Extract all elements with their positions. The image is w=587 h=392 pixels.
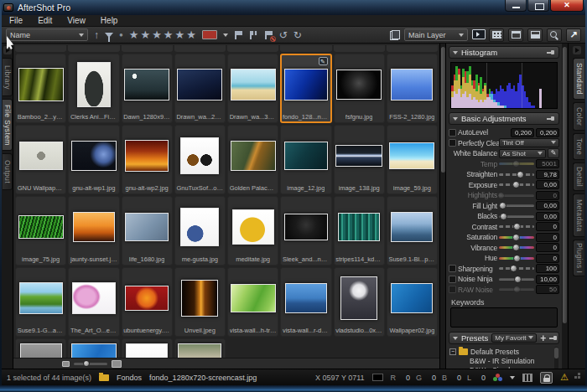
value-box[interactable]: 9,78	[536, 170, 559, 179]
thumbnail-cell[interactable]: Unveil.jpeg	[174, 267, 226, 337]
slider-knob[interactable]	[513, 286, 521, 293]
temp-slider[interactable]	[499, 162, 534, 165]
star-1-icon[interactable]: ★	[129, 29, 139, 40]
thumbnail-cell[interactable]: Wallpaper02.jpg	[387, 267, 438, 337]
color-label-swatch[interactable]	[202, 30, 217, 39]
perfectly-clear-dropdown[interactable]: Tint Off	[499, 138, 559, 147]
thumbnail-cell-clipped[interactable]	[15, 45, 66, 52]
slider-knob[interactable]	[512, 244, 520, 251]
minimize-button[interactable]	[505, 0, 527, 12]
thumbnail-cell[interactable]: me-gusta.jpg	[174, 196, 226, 266]
color-proof-icon[interactable]	[493, 374, 502, 382]
thumbnail-cell[interactable]	[174, 338, 226, 358]
thumbnail-cell[interactable]	[15, 338, 66, 358]
rotate-left-icon[interactable]: ↺	[279, 30, 288, 40]
flag-finished-icon[interactable]	[249, 30, 258, 40]
layer-dropdown[interactable]: Main Layer	[404, 28, 468, 41]
value-box[interactable]: 0,00	[536, 201, 559, 210]
thumbnail-cell[interactable]	[68, 338, 119, 358]
filter-funnel-icon[interactable]	[105, 33, 113, 38]
thumbnail-cell[interactable]: life_1680.jpg	[122, 196, 173, 266]
collapse-triangle-icon[interactable]	[453, 337, 458, 343]
thumbnail-cell-clipped[interactable]	[280, 45, 331, 52]
close-button[interactable]	[550, 0, 584, 12]
presets-header[interactable]: Presets My Favorites +	[449, 332, 559, 344]
menu-view[interactable]: View	[60, 15, 93, 27]
sharpening-checkbox[interactable]	[449, 265, 456, 272]
thumbnail-cell[interactable]: fsfgnu.jpg	[334, 54, 385, 123]
thumbnail-cell[interactable]: FSS-2_1280.jpg	[387, 54, 438, 123]
sidebar-tab-library[interactable]: Library	[3, 58, 13, 96]
small-thumbnails-icon[interactable]	[62, 361, 70, 367]
thumbnail-view-button[interactable]	[489, 28, 504, 42]
thumbnail-cell[interactable]: Sleek_and...nkahn.jpg	[280, 196, 331, 266]
thumbnail-cell[interactable]: gnu-alt-wp1.jpg	[68, 125, 119, 194]
thumbnail-cell-clipped[interactable]	[334, 45, 385, 52]
thumbnail-cell[interactable]: meditate.jpg	[227, 196, 278, 266]
value-box[interactable]: 5001	[536, 159, 559, 168]
contrast-slider[interactable]	[499, 225, 534, 228]
basic-adjustments-header[interactable]: Basic Adjustments	[449, 112, 559, 125]
thumbnail-cell[interactable]: vista-wall...r-dock.jpg	[280, 267, 331, 337]
blacks-slider[interactable]	[499, 215, 534, 218]
pin-icon[interactable]	[549, 334, 558, 342]
scrollbar-thumb[interactable]	[441, 47, 445, 173]
star-2-icon[interactable]: ★	[141, 29, 151, 40]
tools-tab-color[interactable]: Color	[573, 102, 584, 131]
thumbnail-cell[interactable]: image_59.jpg	[387, 125, 438, 194]
tools-tab-tone[interactable]: Tone	[573, 133, 584, 160]
slider-knob[interactable]	[512, 160, 520, 168]
thumbnail-cell[interactable]: Suse9.1-G...apers.jpg	[15, 267, 66, 337]
thumbnail-cell[interactable]: Bamboo_2...ysha.jpg	[15, 54, 66, 123]
star-5-icon[interactable]: ★	[174, 29, 184, 40]
menu-help[interactable]: Help	[93, 15, 126, 27]
resize-grip[interactable]	[578, 376, 580, 379]
scrollbar-thumb[interactable]	[563, 47, 567, 323]
current-folder[interactable]: Fondos	[117, 374, 142, 382]
thumbnail-cell[interactable]: image_138.jpg	[334, 125, 385, 194]
slider-knob[interactable]	[512, 234, 520, 241]
preset-folder[interactable]: −Default Presets	[449, 347, 558, 356]
value-box[interactable]: 0	[536, 243, 559, 252]
large-thumbnails-icon[interactable]	[112, 360, 122, 368]
fullscreen-button[interactable]: ↗	[566, 28, 581, 42]
histogram-header[interactable]: Histogram	[449, 46, 559, 59]
value-box[interactable]: 0	[536, 191, 559, 200]
star-3-icon[interactable]: ★	[152, 29, 162, 40]
pin-icon[interactable]	[547, 115, 555, 122]
sidebar-tab-output[interactable]: Output	[3, 153, 13, 190]
menu-file[interactable]: File	[2, 15, 30, 27]
collapse-triangle-icon[interactable]	[453, 117, 458, 123]
noise-ninja-slider[interactable]	[499, 278, 534, 281]
slider-knob[interactable]	[514, 276, 522, 283]
tools-tab-metadata[interactable]: Metadata	[573, 193, 584, 237]
thumbnail-cell[interactable]: ubuntuenergy.jpg	[122, 267, 173, 337]
thumbnail-cell[interactable]: Clerks Ani...Figure.jpg	[68, 54, 119, 123]
tools-tab-plugins-i[interactable]: Plugins I	[573, 240, 584, 276]
chevron-down-icon[interactable]	[510, 376, 515, 382]
thumbnail-cell-clipped[interactable]	[68, 45, 119, 52]
value-box[interactable]: 0,00	[536, 212, 559, 221]
presets-scrollbar[interactable]	[554, 347, 558, 369]
slideshow-icon[interactable]	[472, 29, 485, 40]
thumbnail-cell[interactable]: image_12.jpg	[280, 125, 331, 194]
value-box[interactable]: 100	[536, 264, 559, 273]
grid-overlay-icon[interactable]	[522, 374, 532, 382]
value-box[interactable]: 0	[536, 254, 559, 263]
thumbnail-cell[interactable]: vladstudio...0x1024.jpg	[334, 267, 385, 337]
thumbnail-cell[interactable]: image_75.jpg	[15, 196, 66, 266]
sidebar-tab-file-system[interactable]: File System	[3, 99, 13, 151]
sharpening-slider[interactable]	[499, 267, 534, 270]
raw-noise-slider[interactable]	[499, 288, 534, 291]
panel-expand-arrow-icon[interactable]	[573, 46, 581, 54]
tools-tab-standard[interactable]: Standard	[573, 58, 584, 100]
thumbnail-cell[interactable]: jaunty-sunset.jpg	[68, 196, 119, 266]
thumbnail-cell[interactable]: Drawn_wa...332_.jpg	[227, 54, 278, 123]
exposure-slider[interactable]	[499, 183, 534, 186]
value-box[interactable]: 50	[536, 285, 559, 294]
panel-scrollbar[interactable]	[562, 44, 568, 369]
thumbnail-cell[interactable]	[122, 338, 173, 358]
thumbnail-cell[interactable]: Dawn_1280x960.jpg	[122, 54, 173, 123]
thumbnail-cell-clipped[interactable]	[387, 45, 438, 52]
magnifier-button[interactable]	[547, 28, 562, 42]
